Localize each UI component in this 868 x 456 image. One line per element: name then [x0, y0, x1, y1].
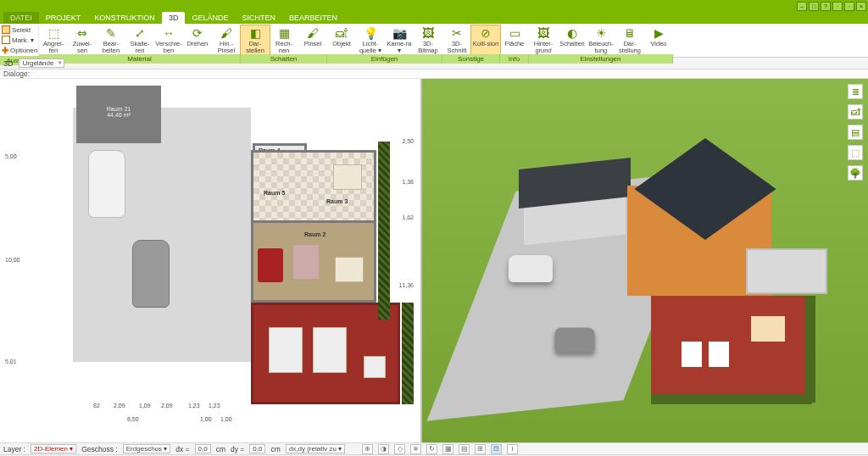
- ribbon-flche-button[interactable]: ▭Fläche: [500, 25, 529, 54]
- skalieren-icon: ⤢: [131, 25, 148, 41]
- ribbon-zuweisen-button[interactable]: ⇔Zuwei-sen: [68, 25, 97, 54]
- window-opt1-button[interactable]: ·: [832, 2, 843, 11]
- tool-icon-3[interactable]: ◇: [394, 444, 405, 454]
- ribbon-drehen-button[interactable]: ⟳Drehen: [183, 25, 212, 54]
- group-einfügen-label: Einfügen: [327, 54, 442, 64]
- dx-input[interactable]: 0,0: [195, 444, 211, 453]
- quick-selekt[interactable]: Selekt: [2, 25, 36, 35]
- dialogs-row: Dialoge:: [0, 70, 868, 79]
- dim-left-2: 10,00: [5, 257, 20, 263]
- lounger-1: [269, 327, 303, 373]
- group-material-label: Material: [39, 54, 241, 64]
- window-help-button[interactable]: ?: [821, 2, 831, 11]
- ribbon-objekt-button[interactable]: 🛋Objekt: [327, 25, 356, 54]
- ribbon-label: Video: [650, 41, 666, 54]
- ribbon-rechnen-button[interactable]: ▦Rech-nen: [270, 25, 298, 54]
- ribbon-video-button[interactable]: ▶Video: [644, 25, 673, 54]
- driveway-surface: [73, 108, 251, 362]
- ribbon-label: 3D-Schnitt: [443, 41, 470, 54]
- tool-icon-8[interactable]: ⊞: [475, 444, 486, 454]
- group-info-label: Info: [500, 54, 529, 64]
- window-min-button[interactable]: –: [797, 2, 807, 11]
- tab-datei[interactable]: DATEI: [3, 12, 39, 24]
- hedge-right: [378, 142, 390, 320]
- tool-icon-6[interactable]: ▦: [442, 444, 453, 454]
- coord-mode-dropdown[interactable]: dx,dy (relativ zu ▾: [286, 444, 345, 453]
- window-max-button[interactable]: □: [809, 2, 819, 11]
- box-icon[interactable]: ⬚: [848, 145, 863, 160]
- tab-bearbeiten[interactable]: BEARBEITEN: [282, 12, 344, 24]
- tool-icon-5[interactable]: ↻: [426, 444, 437, 454]
- ribbon-lichtquelle-button[interactable]: 💡Licht-quelle ▾: [356, 25, 385, 54]
- lounger-3d-1: [682, 342, 702, 367]
- quick-mark[interactable]: Mark. ▾: [2, 35, 36, 45]
- tool-icon-grid[interactable]: ⊡: [491, 444, 502, 454]
- layer-label: Layer :: [3, 445, 25, 453]
- dim-b-3: 2,09: [161, 403, 173, 409]
- dim-left-1: 5,00: [5, 153, 17, 159]
- tab-gelaende[interactable]: GELÄNDE: [185, 12, 235, 24]
- quick-optionen[interactable]: ✚Optionen: [2, 45, 36, 55]
- workspace: Raum 2144,40 m² Raum 4 Raum 3 Raum 5 Rau…: [0, 79, 868, 442]
- tool-icon-i[interactable]: i: [507, 444, 518, 454]
- layer-dropdown[interactable]: 2D-Elemen ▾: [31, 444, 76, 453]
- ribbon-hintergrund-button[interactable]: 🖼Hinter-grund: [529, 25, 558, 54]
- drehen-icon: ⟳: [189, 25, 206, 41]
- titlebar: – □ ? · · ×: [0, 0, 868, 12]
- geschoss-dropdown[interactable]: Erdgeschos ▾: [123, 444, 170, 453]
- dim-right-2: 1,38: [402, 179, 414, 185]
- window-opt2-button[interactable]: ·: [844, 2, 854, 11]
- ribbon-darstellen-button[interactable]: ◧Dar-stellen: [241, 25, 270, 54]
- tool-icon-1[interactable]: ⊕: [362, 444, 373, 454]
- ribbon-schatten-button[interactable]: ◐Schatten: [558, 25, 587, 54]
- ribbon-label: Beleuch-tung: [587, 41, 615, 54]
- tab-konstruktion[interactable]: KONSTRUKTION: [87, 12, 162, 24]
- ribbon-bearbeiten-button[interactable]: ✎Bear-beiten: [97, 25, 125, 54]
- ribbon-label: Dar-stellen: [242, 41, 269, 54]
- car-white-plan: [88, 150, 125, 218]
- ribbon-dbitmap-button[interactable]: 🖼3D-Bitmap: [414, 25, 442, 54]
- tab-3d[interactable]: 3D: [162, 12, 186, 24]
- ribbon-skalieren-button[interactable]: ⤢Skalie-ren: [125, 25, 154, 54]
- ribbon-darstellung-button[interactable]: 🖥Dar-stellung: [615, 25, 644, 54]
- floorplan-viewport[interactable]: Raum 2144,40 m² Raum 4 Raum 3 Raum 5 Rau…: [0, 79, 422, 442]
- terrain-dropdown[interactable]: Urgelände: [19, 58, 65, 68]
- 3d-viewport[interactable]: ≣ 🛋 ▤ ⬚ 🌳: [422, 79, 868, 442]
- tab-projekt[interactable]: PROJEKT: [39, 12, 88, 24]
- ribbon-kamera-button[interactable]: 📷Kame-ra ▾: [385, 25, 414, 54]
- window-close-button[interactable]: ×: [856, 2, 866, 11]
- patio-set-3d: [751, 316, 785, 342]
- dy-input[interactable]: 0,0: [249, 444, 265, 453]
- tool-icon-4[interactable]: ≋: [410, 444, 421, 454]
- dim-left-3: 5,01: [5, 359, 17, 364]
- ribbon-dschnitt-button[interactable]: ✂3D-Schnitt: [442, 25, 471, 54]
- zuweisen-icon: ⇔: [74, 25, 91, 41]
- patio-table: [364, 356, 386, 378]
- furniture-icon[interactable]: 🛋: [848, 104, 863, 120]
- ribbon-hinpinsel-button[interactable]: 🖌Hin.-Pinsel: [212, 25, 241, 54]
- tab-sichten[interactable]: SICHTEN: [235, 12, 282, 24]
- tree-icon[interactable]: 🌳: [848, 165, 863, 181]
- ribbon-label: Licht-quelle ▾: [357, 41, 384, 54]
- texture-icon[interactable]: ▤: [848, 125, 863, 140]
- ribbon-kollision-button[interactable]: ⊘Kolli-sion: [471, 25, 500, 54]
- objekt-icon: 🛋: [333, 25, 350, 41]
- ribbon-label: Pinsel: [304, 41, 321, 54]
- ribbon-beleuchtung-button[interactable]: ☀Beleuch-tung: [587, 25, 615, 54]
- room-3: Raum 3 Raum 5: [251, 150, 376, 223]
- dim-right-4: 11,36: [398, 282, 414, 288]
- ribbon-label: Fläche: [505, 41, 525, 54]
- layers-icon[interactable]: ≣: [848, 84, 863, 99]
- ribbon-label: Rech-nen: [270, 41, 298, 54]
- beleuchtung-icon: ☀: [593, 25, 609, 41]
- ribbon-label: Schatten: [559, 41, 585, 54]
- ribbon-abgreifen-button[interactable]: ⬚Abgrei-fen: [39, 25, 68, 54]
- dim-b-5: 1,23: [209, 403, 220, 409]
- ribbon-verschieben-button[interactable]: ↔Verschie-ben: [154, 25, 183, 54]
- ribbon-pinsel-button[interactable]: 🖌Pinsel: [298, 25, 327, 54]
- tool-icon-2[interactable]: ◑: [378, 444, 389, 454]
- tool-icon-7[interactable]: ▤: [459, 444, 470, 454]
- bearbeiten-icon: ✎: [103, 25, 120, 41]
- ribbon-label: Hinter-grund: [530, 41, 557, 54]
- dschnitt-icon: ✂: [448, 25, 465, 41]
